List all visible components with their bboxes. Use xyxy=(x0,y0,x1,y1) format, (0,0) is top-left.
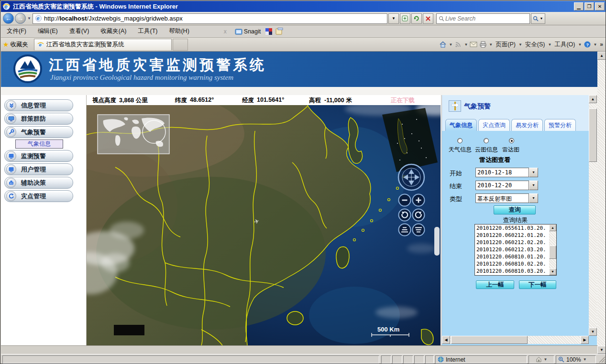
maximize-button[interactable]: ❐ xyxy=(584,2,594,11)
scroll-up-icon[interactable]: ▲ xyxy=(549,225,556,231)
radio-label[interactable]: 雷达图 xyxy=(502,146,519,154)
tilt-up-button[interactable] xyxy=(399,224,411,236)
menu-edit[interactable]: 编辑(E) xyxy=(32,25,64,37)
prev-image-button[interactable]: 上一幅 xyxy=(476,280,514,289)
result-item[interactable]: 20101220.055611.03.20. xyxy=(475,225,556,232)
radio-weather-info[interactable] xyxy=(457,138,463,143)
radio-cloud-image[interactable] xyxy=(484,138,489,143)
zoom-out-button[interactable] xyxy=(399,194,411,206)
radio-radar-image[interactable] xyxy=(509,138,514,143)
menu-favorites[interactable]: 收藏夹(A) xyxy=(95,25,132,37)
splitter-handle[interactable] xyxy=(434,227,440,256)
compatibility-view-button[interactable] xyxy=(400,13,410,24)
zoom-in-button[interactable] xyxy=(413,194,425,206)
scroll-right-icon[interactable]: ▶ xyxy=(581,336,589,344)
rotate-ccw-button[interactable] xyxy=(413,209,425,221)
end-date-dropdown-icon[interactable]: ▼ xyxy=(529,181,538,190)
snagit-editor-icon[interactable] xyxy=(275,28,283,35)
protected-mode-panel[interactable]: ▼ xyxy=(529,355,554,364)
safety-menu[interactable]: 安全(S) xyxy=(524,40,546,50)
result-item[interactable]: 20101220.060810.02.20. xyxy=(475,260,556,268)
sidebar-item-weather-warning[interactable]: 气象预警 xyxy=(4,126,73,138)
zoom-panel[interactable]: 100% ▼ xyxy=(556,355,596,364)
back-button[interactable]: ← xyxy=(3,13,14,24)
scroll-down-icon[interactable]: ▼ xyxy=(589,328,597,336)
rss-feed-icon[interactable] xyxy=(454,41,462,48)
stop-button[interactable] xyxy=(423,13,433,24)
page-menu[interactable]: 页面(P) xyxy=(495,40,517,50)
favorites-star-icon[interactable]: ★ xyxy=(3,41,9,48)
scroll-up-icon[interactable]: ▲ xyxy=(597,52,606,60)
end-date-select[interactable]: 2010-12-20 xyxy=(475,181,529,190)
tab-susceptibility-analysis[interactable]: 易发分析 xyxy=(511,119,543,131)
page-vertical-scrollbar[interactable]: ▲ ▼ xyxy=(597,52,606,354)
result-item[interactable]: 20101220.060810.01.20. xyxy=(475,253,556,260)
print-icon[interactable] xyxy=(479,41,487,48)
new-tab-button[interactable] xyxy=(173,39,188,51)
result-item[interactable]: 20101220.060810.03.20. xyxy=(475,268,556,275)
forward-button[interactable]: → xyxy=(15,13,26,24)
radio-label[interactable]: 天气信息 xyxy=(449,146,472,154)
scroll-down-icon[interactable]: ▼ xyxy=(597,346,606,354)
compass-control[interactable] xyxy=(398,164,424,190)
start-date-select[interactable]: 2010-12-18 xyxy=(475,168,529,177)
toolbar-close-icon[interactable]: x xyxy=(224,28,227,35)
snagit-icon[interactable] xyxy=(235,28,242,35)
search-go-button[interactable]: ▼ xyxy=(531,13,545,24)
tools-dropdown-icon[interactable]: ▼ xyxy=(578,43,582,47)
tab-hazard-query[interactable]: 灾点查询 xyxy=(478,119,510,131)
favorites-label[interactable]: 收藏夹 xyxy=(11,41,29,49)
menu-file[interactable]: 文件(F) xyxy=(1,25,32,37)
refresh-button[interactable] xyxy=(411,13,422,24)
result-item[interactable]: 20101220.060212.03.20. xyxy=(475,246,556,253)
sidebar-item-info-mgmt[interactable]: 信息管理 xyxy=(4,99,73,111)
search-input[interactable] xyxy=(444,15,521,22)
tilt-down-button[interactable] xyxy=(413,224,425,236)
overflow-chevron-icon[interactable]: » xyxy=(600,41,603,48)
home-icon[interactable] xyxy=(439,41,447,48)
type-dropdown-icon[interactable]: ▼ xyxy=(529,193,538,203)
sidebar-subitem-weather-info[interactable]: 气象信息 xyxy=(15,139,63,149)
scroll-left-icon[interactable]: ◀ xyxy=(442,336,450,344)
start-date-dropdown-icon[interactable]: ▼ xyxy=(529,168,538,177)
next-image-button[interactable]: 下一幅 xyxy=(519,280,556,289)
results-listbox[interactable]: 20101220.055611.03.20. 20101220.060212.0… xyxy=(474,224,557,276)
type-select[interactable]: 基本反射率图 xyxy=(475,193,529,203)
page-dropdown-icon[interactable]: ▼ xyxy=(518,43,522,47)
protected-dropdown-icon[interactable]: ▼ xyxy=(544,357,548,362)
sidebar-item-hazard-points[interactable]: 灾点管理 xyxy=(4,190,73,202)
home-dropdown-icon[interactable]: ▼ xyxy=(449,43,452,47)
query-button[interactable]: 查询 xyxy=(494,205,536,214)
sidebar-item-user-mgmt[interactable]: 用户管理 xyxy=(4,163,73,175)
mail-icon[interactable] xyxy=(470,41,477,48)
print-dropdown-icon[interactable]: ▼ xyxy=(489,43,493,47)
menu-view[interactable]: 查看(V) xyxy=(64,25,95,37)
tools-menu[interactable]: 工具(O) xyxy=(553,40,576,50)
safety-dropdown-icon[interactable]: ▼ xyxy=(548,43,551,47)
zoom-dropdown-icon[interactable]: ▼ xyxy=(583,357,587,362)
panel-hscroll-thumb[interactable] xyxy=(451,336,528,344)
url-field[interactable]: e http://localhost/Jxdzwebgis_mapgis/gri… xyxy=(33,13,387,24)
scroll-down-icon[interactable]: ▼ xyxy=(549,268,556,275)
sidebar-item-group-prevention[interactable]: 群策群防 xyxy=(4,113,73,125)
globe-map[interactable]: ✈ xyxy=(87,105,441,345)
radio-label[interactable]: 云图信息 xyxy=(475,146,498,154)
close-button[interactable]: ✕ xyxy=(595,2,605,11)
tab-warning-analysis[interactable]: 预警分析 xyxy=(544,119,576,131)
snagit-label[interactable]: Snagit xyxy=(244,28,261,35)
menu-help[interactable]: 帮助(H) xyxy=(163,25,195,37)
scroll-up-icon[interactable]: ▲ xyxy=(589,95,597,103)
page-tab[interactable]: e 江西省地质灾害监测预警系统 xyxy=(34,39,172,51)
resize-grip[interactable] xyxy=(599,356,606,363)
history-dropdown-icon[interactable]: ▼ xyxy=(26,16,33,21)
menu-tools[interactable]: 工具(T) xyxy=(132,25,163,37)
panel-scroll-thumb[interactable] xyxy=(589,108,597,162)
minimize-button[interactable]: ▁ xyxy=(574,2,584,11)
feed-dropdown-icon[interactable]: ▼ xyxy=(464,43,468,47)
sidebar-item-decision-support[interactable]: 辅助决策 xyxy=(4,177,73,189)
rotate-cw-button[interactable] xyxy=(399,209,411,221)
result-item[interactable]: 20101220.060212.01.20. xyxy=(475,232,556,239)
snagit-capture-icon[interactable] xyxy=(265,28,273,35)
url-dropdown-button[interactable]: ▼ xyxy=(388,13,399,24)
help-icon[interactable]: ? xyxy=(584,41,591,48)
